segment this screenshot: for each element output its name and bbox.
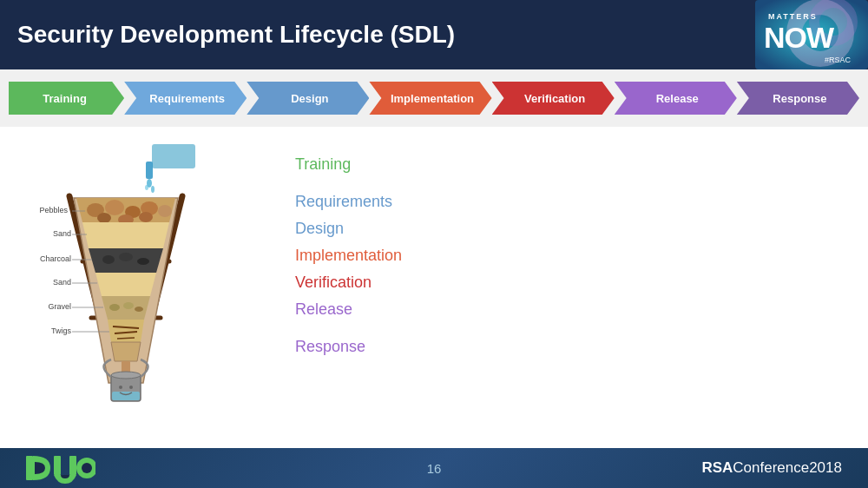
svg-point-27 (102, 255, 115, 264)
svg-point-34 (135, 307, 143, 312)
legend-item-response: Response (295, 335, 402, 359)
svg-text:Sand: Sand (53, 278, 71, 287)
legend-item-release: Release (295, 298, 402, 321)
pipeline-step-design[interactable]: Design (247, 82, 369, 115)
page-title: Security Development Lifecycle (SDL) (17, 21, 455, 49)
svg-marker-39 (111, 342, 141, 361)
svg-point-21 (158, 205, 172, 217)
pipeline-step-verification[interactable]: Verification (492, 82, 615, 115)
svg-point-42 (111, 372, 141, 379)
svg-text:Sand: Sand (53, 229, 71, 238)
legend-item-implementation: Implementation (295, 244, 402, 267)
svg-point-24 (139, 212, 153, 222)
pipeline-step-release[interactable]: Release (615, 82, 737, 115)
pipeline-step-requirements[interactable]: Requirements (124, 82, 247, 115)
svg-rect-6 (152, 144, 195, 168)
page-number: 16 (427, 461, 442, 476)
svg-point-28 (119, 253, 133, 261)
funnel-illustration: Pebbles Sand Charcoal Sand Gravel Twigs (17, 135, 260, 439)
legend-item-training: Training (295, 153, 402, 176)
svg-point-22 (97, 213, 111, 223)
svg-text:Gravel: Gravel (48, 302, 71, 311)
svg-text:Twigs: Twigs (51, 326, 72, 335)
svg-point-45 (129, 386, 133, 389)
svg-text:#RSAC: #RSAC (825, 56, 852, 64)
svg-point-44 (119, 386, 122, 389)
svg-text:MATTERS: MATTERS (768, 12, 818, 21)
legend-item-verification: Verification (295, 271, 402, 294)
svg-rect-59 (54, 456, 61, 475)
svg-text:Charcoal: Charcoal (40, 254, 71, 263)
svg-point-33 (123, 302, 134, 309)
svg-text:Pebbles: Pebbles (39, 206, 68, 214)
svg-text:NOW: NOW (764, 21, 835, 54)
svg-marker-25 (82, 222, 169, 248)
footer: 16 RSAConference2018 (0, 448, 868, 488)
pipeline: Training Requirements Design Implementat… (0, 69, 868, 127)
svg-rect-58 (26, 456, 33, 480)
svg-point-10 (145, 185, 148, 190)
conference-logo: RSAConference2018 (701, 459, 842, 477)
svg-point-9 (151, 186, 155, 193)
pipeline-step-implementation[interactable]: Implementation (369, 82, 491, 115)
legend-item-design: Design (295, 217, 402, 241)
pipeline-step-training[interactable]: Training (9, 82, 124, 115)
svg-marker-30 (95, 273, 156, 296)
svg-point-62 (82, 463, 92, 473)
pipeline-step-response[interactable]: Response (737, 82, 859, 115)
now-matters-badge: MATTERS NOW #RSAC (755, 0, 868, 69)
svg-point-29 (137, 258, 149, 265)
legend-list: Training Requirements Design Implementat… (260, 135, 402, 359)
svg-rect-7 (146, 162, 153, 179)
header: Security Development Lifecycle (SDL) MAT… (0, 0, 868, 69)
legend-item-requirements: Requirements (295, 190, 402, 214)
duo-logo (26, 452, 95, 484)
main-content: Pebbles Sand Charcoal Sand Gravel Twigs … (0, 127, 868, 448)
svg-rect-43 (112, 392, 140, 400)
svg-point-18 (105, 200, 124, 215)
svg-line-38 (117, 338, 135, 339)
svg-point-32 (109, 304, 120, 311)
svg-rect-60 (69, 456, 76, 475)
